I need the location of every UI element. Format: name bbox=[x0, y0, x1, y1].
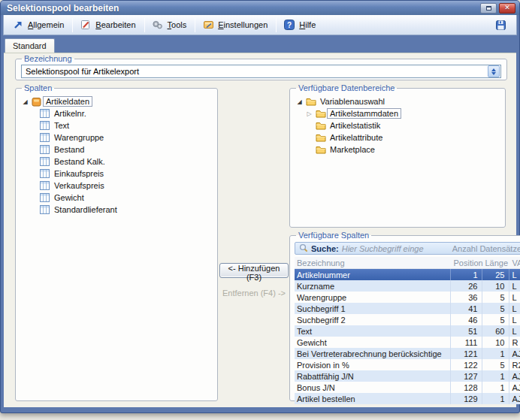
cell-va: AJN bbox=[509, 393, 520, 404]
tree-node-column[interactable]: Text bbox=[20, 119, 213, 131]
remove-button-disabled[interactable]: Entfernen (F4) -> bbox=[219, 289, 289, 298]
cell-bezeichnung: Bei Vertreterabrechnung berücksichtige bbox=[295, 348, 451, 359]
toolbar-separator bbox=[195, 18, 195, 32]
tree-node-column[interactable]: Bestand Kalk. bbox=[20, 156, 213, 168]
cell-position: 1 bbox=[451, 269, 482, 280]
tree-node-column[interactable]: Warengruppe bbox=[20, 131, 213, 144]
toolbar-separator bbox=[72, 18, 73, 32]
table-column-icon bbox=[38, 181, 51, 190]
collapsed-triangle-icon[interactable]: ▷ bbox=[304, 110, 314, 117]
expanded-triangle-icon[interactable]: ◢ bbox=[20, 98, 30, 105]
datenbereiche-group: Verfügbare Datenbereiche ◢ Variablenausw… bbox=[289, 83, 506, 228]
toolbar-button-allgemein[interactable]: Allgemein bbox=[8, 17, 70, 33]
tree-node-folder[interactable]: ▷ Artikelattribute bbox=[295, 131, 500, 144]
tree-node-column[interactable]: Gewicht bbox=[20, 192, 213, 204]
close-window-icon: ✕ bbox=[504, 5, 510, 11]
cell-laenge: 10 bbox=[482, 280, 509, 292]
tree-node-folder[interactable]: ▷ Artikelstatistik bbox=[295, 119, 500, 131]
cell-bezeichnung: Text bbox=[295, 325, 451, 337]
bezeichnung-combobox[interactable]: Selektionspool für Artikelexport bbox=[21, 65, 501, 78]
table-row[interactable]: Suchbegriff 1 41 5 L bbox=[295, 303, 520, 314]
combobox-spinner-button[interactable] bbox=[488, 65, 500, 77]
tab-standard[interactable]: Standard bbox=[5, 38, 55, 53]
dialog-content: Bezeichnung Selektionspool für Artikelex… bbox=[4, 53, 516, 407]
datenbereiche-tree: ◢ Variablenauswahl ▷ Artikelstammdaten ▷ bbox=[295, 93, 500, 156]
tree-node-column[interactable]: Einkaufspreis bbox=[20, 168, 213, 180]
table-row[interactable]: Gewicht 111 10 R bbox=[295, 337, 520, 348]
folder-icon bbox=[314, 145, 327, 154]
svg-text:?: ? bbox=[287, 21, 292, 29]
tree-node-folder[interactable]: ▷ Marketplace bbox=[295, 144, 500, 156]
toolbar-button-bearbeiten[interactable]: Bearbeiten bbox=[75, 17, 141, 33]
tree-node-label: Warengruppe bbox=[51, 132, 107, 143]
cell-position: 41 bbox=[451, 303, 482, 314]
cell-position: 51 bbox=[451, 325, 482, 337]
folder-icon bbox=[314, 121, 327, 130]
cell-laenge: 5 bbox=[482, 303, 509, 314]
save-button[interactable] bbox=[490, 17, 512, 33]
header-va[interactable]: VA bbox=[509, 257, 520, 268]
toolbar-button-tools[interactable]: Tools bbox=[147, 17, 193, 33]
help-icon: ? bbox=[283, 19, 295, 31]
folder-icon bbox=[314, 109, 327, 118]
datenbereiche-tree-items: ▷ Artikelstammdaten ▷ Artikelstatistik ▷ bbox=[295, 107, 500, 156]
table-row[interactable]: Artikelnummer 1 25 L bbox=[295, 269, 520, 280]
tree-node-artikeldaten[interactable]: ◢ Artikeldaten bbox=[20, 95, 213, 107]
tree-node-label: Einkaufspreis bbox=[51, 168, 107, 179]
table-row[interactable]: Bonus J/N 128 1 AJN bbox=[295, 382, 520, 393]
cell-laenge: 1 bbox=[482, 348, 509, 359]
tree-node-label: Standardlieferant bbox=[51, 204, 120, 215]
table-row[interactable]: Bei Vertreterabrechnung berücksichtige 1… bbox=[295, 348, 520, 359]
toolbar-label-einstellungen: Einstellungen bbox=[218, 20, 268, 29]
toolbar-separator bbox=[144, 18, 145, 32]
cell-va: L bbox=[509, 303, 520, 314]
spinner-down-icon bbox=[491, 72, 496, 75]
header-bezeichnung[interactable]: Bezeichnung bbox=[295, 257, 451, 268]
table-row[interactable]: Artikel bestellen 129 1 AJN bbox=[295, 393, 520, 404]
main-toolbar: Allgemein Bearbeiten Tools Einstellungen bbox=[3, 15, 517, 35]
tree-node-folder[interactable]: ▷ Artikelstammdaten bbox=[295, 107, 500, 119]
toolbar-button-einstellungen[interactable]: Einstellungen bbox=[198, 17, 274, 33]
tree-node-column[interactable]: Artikelnr. bbox=[20, 107, 213, 119]
tree-node-column[interactable]: Bestand bbox=[20, 144, 213, 156]
nav-arrow-icon bbox=[12, 19, 24, 31]
expanded-triangle-icon[interactable]: ◢ bbox=[295, 98, 304, 105]
table-row[interactable]: Suchbegriff 2 46 5 L bbox=[295, 314, 520, 325]
record-count: Anzahl Datensätze: 583 bbox=[452, 244, 520, 253]
tab-strip: Standard bbox=[1, 35, 519, 53]
close-window-button[interactable]: ✕ bbox=[499, 3, 515, 14]
header-position[interactable]: Position bbox=[451, 257, 482, 268]
cell-bezeichnung: Provision in % bbox=[295, 359, 451, 370]
grid-header: Bezeichnung Position Länge VA bbox=[295, 257, 520, 269]
cell-position: 46 bbox=[451, 314, 482, 325]
cell-va: AJN bbox=[509, 382, 520, 393]
cell-laenge: 10 bbox=[482, 337, 509, 348]
cell-bezeichnung: Artikel bestellen bbox=[295, 393, 451, 404]
cell-laenge: 1 bbox=[482, 382, 509, 393]
tree-node-column[interactable]: Verkaufspreis bbox=[20, 180, 213, 192]
search-label: Suche: bbox=[311, 244, 339, 253]
table-row[interactable]: Rabattfähig J/N 127 1 AJN bbox=[295, 370, 520, 382]
search-icon bbox=[299, 243, 308, 254]
table-row[interactable]: Text 51 60 L bbox=[295, 325, 520, 337]
cell-laenge: 5 bbox=[482, 314, 509, 325]
search-bar[interactable]: Suche: Anzahl Datensätze: 583 bbox=[295, 242, 520, 255]
tree-node-variablenauswahl[interactable]: ◢ Variablenauswahl bbox=[295, 95, 500, 107]
table-row[interactable]: Provision in % 122 5 R2 bbox=[295, 359, 520, 370]
table-row[interactable]: Warengruppe 36 5 L bbox=[295, 292, 520, 303]
tree-node-label: Artikelstammdaten bbox=[327, 108, 401, 119]
add-button[interactable]: <- Hinzufügen (F3) bbox=[219, 263, 289, 278]
toolbar-button-hilfe[interactable]: ? Hilfe bbox=[279, 17, 322, 33]
search-input[interactable] bbox=[342, 244, 449, 253]
tree-node-column[interactable]: Standardlieferant bbox=[20, 204, 213, 216]
table-row[interactable]: Kurzname 26 10 L bbox=[295, 280, 520, 292]
settings-note-icon bbox=[202, 19, 214, 31]
header-laenge[interactable]: Länge bbox=[482, 257, 509, 268]
restore-window-button[interactable] bbox=[480, 3, 497, 14]
cell-bezeichnung: Kurzname bbox=[295, 280, 451, 292]
cell-laenge: 1 bbox=[482, 370, 509, 382]
tree-node-label: Artikelattribute bbox=[327, 132, 385, 143]
cell-laenge: 25 bbox=[482, 269, 509, 280]
tree-node-label: Bestand Kalk. bbox=[51, 156, 108, 167]
cell-va: L bbox=[509, 280, 520, 292]
